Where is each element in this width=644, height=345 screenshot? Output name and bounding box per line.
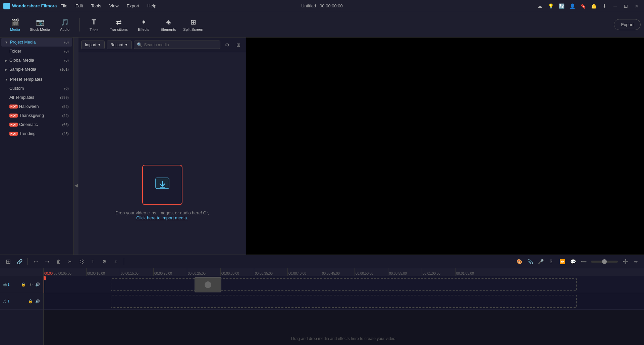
sidebar-item-global-media[interactable]: ▶ Global Media (0) (1, 56, 72, 65)
sidebar-label-custom: Custom (9, 86, 64, 91)
tool-titles[interactable]: T Titles (82, 15, 106, 35)
audio-track-number: 🎵 1 (3, 299, 9, 303)
add-track-icon[interactable]: ⊞ (3, 257, 13, 266)
hot-badge-trending: HOT (9, 132, 18, 136)
tool-elements[interactable]: ◈ Elements (157, 15, 180, 35)
tool-audio[interactable]: 🎵 Audio (53, 15, 76, 35)
audio-mix-icon[interactable]: 🎚 (547, 257, 556, 266)
sidebar-count-halloween: (52) (62, 105, 69, 109)
color-grade-icon[interactable]: 🎨 (515, 257, 524, 266)
view-toggle-icon[interactable]: ⊞ (234, 40, 243, 50)
delete-button[interactable]: 🗑 (54, 257, 63, 266)
tool-stock-label: Stock Media (30, 27, 50, 31)
sidebar-item-cinematic[interactable]: HOT Cinematic (66) (1, 120, 72, 129)
tool-split-screen[interactable]: ⊞ Split Screen (181, 15, 205, 35)
clip-icon[interactable]: 📎 (525, 257, 535, 266)
sidebar-item-all-templates[interactable]: All Templates (399) (1, 93, 72, 102)
profile-icon[interactable]: 👤 (568, 2, 576, 10)
track-labels: 📹 1 🔒 👁 🔊 🎵 1 🔒 🔊 (0, 268, 44, 345)
bell-icon[interactable]: 🔔 (590, 2, 598, 10)
playhead-top (44, 276, 46, 280)
sidebar-item-halloween[interactable]: HOT Halloween (52) (1, 102, 72, 111)
audio-track-row (44, 293, 644, 310)
export-button[interactable]: Export (614, 19, 641, 30)
video-track-label: 📹 1 🔒 👁 🔊 (0, 276, 43, 293)
maximize-button[interactable]: ⊡ (622, 2, 630, 10)
tl-divider-2 (124, 258, 124, 265)
video-track-controls: 🔒 👁 🔊 (20, 282, 41, 288)
import-download-icon (154, 175, 171, 195)
audio-button[interactable]: ♫ (111, 257, 120, 266)
hot-badge-cinematic: HOT (9, 123, 18, 127)
drop-zone-video[interactable] (111, 278, 577, 291)
menu-help[interactable]: Help (144, 2, 160, 10)
sidebar-label-sample-media: Sample Media (9, 67, 60, 72)
tool-stock-media[interactable]: 📷 Stock Media (28, 15, 52, 35)
tool-effects[interactable]: ✦ Effects (132, 15, 155, 35)
ruler-mark-0: 00:00:05:00 (53, 268, 86, 276)
subtitle-icon[interactable]: 💬 (568, 257, 578, 266)
sidebar-count-global-media: (0) (64, 58, 69, 62)
menu-edit[interactable]: Edit (72, 2, 86, 10)
import-button[interactable]: Import ▼ (81, 41, 105, 49)
lightbulb-icon[interactable]: 💡 (547, 2, 555, 10)
audio-track-lock-icon[interactable]: 🔒 (28, 298, 34, 304)
text-button[interactable]: T (88, 257, 98, 266)
record-button[interactable]: Record ▼ (107, 41, 132, 49)
speed-icon[interactable]: ⏩ (557, 257, 567, 266)
tool-transitions-label: Transitions (110, 27, 127, 31)
sidebar-item-project-media[interactable]: ▼ Project Media (0) (1, 38, 72, 47)
track-lock-icon[interactable]: 🔒 (20, 282, 26, 288)
filter-icon[interactable]: ⚙ (222, 40, 232, 50)
sidebar-count-custom: (0) (64, 86, 69, 90)
zoom-in-icon[interactable]: ➕ (621, 257, 630, 266)
menu-file[interactable]: File (57, 2, 71, 10)
cut-button[interactable]: ✂ (65, 257, 75, 266)
tool-effects-label: Effects (138, 27, 149, 31)
link-icon[interactable]: 🔗 (15, 257, 24, 266)
import-drop-zone[interactable] (142, 165, 182, 205)
menu-export[interactable]: Export (123, 2, 143, 10)
sidebar-item-preset-templates[interactable]: ▼ Preset Templates (1, 75, 72, 84)
tool-transitions[interactable]: ⇄ Transitions (107, 15, 130, 35)
drop-zone-audio[interactable] (111, 295, 577, 308)
sidebar-item-trending[interactable]: HOT Trending (45) (1, 129, 72, 138)
sidebar-item-folder[interactable]: Folder (0) (1, 47, 72, 56)
track-eye-icon[interactable]: 👁 (28, 282, 34, 288)
redo-button[interactable]: ↪ (43, 257, 52, 266)
bookmark-icon[interactable]: 🔖 (579, 2, 587, 10)
audio-track-label: 🎵 1 🔒 🔊 (0, 293, 43, 310)
unlink-button[interactable]: ⛓ (77, 257, 86, 266)
sidebar-item-thanksgiving[interactable]: HOT Thanksgiving (22) (1, 111, 72, 120)
audio-track-controls: 🔒 🔊 (28, 298, 41, 304)
menu-view[interactable]: View (106, 2, 122, 10)
download-icon[interactable]: ⬇ (600, 2, 608, 10)
import-link[interactable]: Click here to import media. (136, 215, 188, 220)
zoom-out-icon[interactable]: ➖ (579, 257, 588, 266)
mic-icon[interactable]: 🎤 (536, 257, 545, 266)
sidebar-label-global-media: Global Media (9, 58, 64, 63)
hot-badge-halloween: HOT (9, 105, 18, 109)
zoom-slider[interactable] (591, 261, 618, 263)
chevron-down-icon-2: ▼ (5, 78, 8, 81)
search-bar[interactable]: 🔍 (134, 41, 220, 49)
track-speaker-icon[interactable]: 🔊 (35, 282, 41, 288)
tool-media[interactable]: 🎬 Media (3, 15, 27, 35)
menu-tools[interactable]: Tools (88, 2, 104, 10)
cloud-icon[interactable]: ☁ (536, 2, 544, 10)
undo-button[interactable]: ↩ (31, 257, 41, 266)
window-title: Untitled : 00:00:00:00 (301, 3, 343, 8)
collapse-icon[interactable]: ⇔ (631, 257, 641, 266)
sidebar-item-custom[interactable]: Custom (0) (1, 84, 72, 93)
sidebar-item-sample-media[interactable]: ▶ Sample Media (101) (1, 65, 72, 74)
sidebar-label-trending: Trending (19, 131, 62, 136)
media-toolbar: Import ▼ Record ▼ 🔍 ⚙ ⊞ (78, 38, 246, 52)
search-input[interactable] (144, 43, 217, 47)
close-button[interactable]: ✕ (633, 2, 641, 10)
filter-button[interactable]: ⚙ (100, 257, 109, 266)
refresh-icon[interactable]: 🔄 (557, 2, 566, 10)
minimize-button[interactable]: ─ (611, 2, 619, 10)
audio-track-speaker-icon[interactable]: 🔊 (35, 298, 41, 304)
sidebar-label-all-templates: All Templates (9, 95, 60, 100)
timeline-tracks[interactable]: 00:00 00:00:05:00 00:00:10:00 00:00:15:0… (44, 268, 644, 345)
